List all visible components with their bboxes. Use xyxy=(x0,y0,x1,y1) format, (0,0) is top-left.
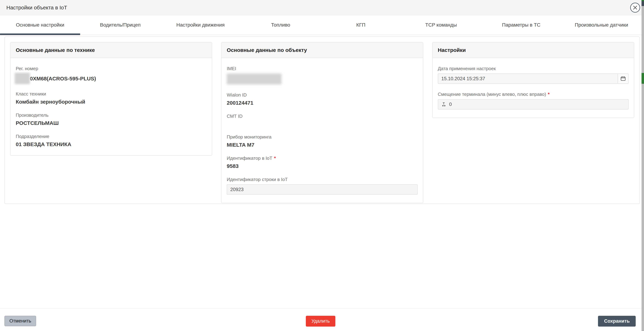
row-id-input[interactable]: 20923 xyxy=(227,184,418,195)
calendar-button[interactable] xyxy=(618,74,628,84)
smt-id-value xyxy=(227,121,418,126)
iot-id-value: 9583 xyxy=(227,163,418,169)
column-width-icon xyxy=(441,102,447,107)
footer-bar: Отменить Удалить Сохранить xyxy=(0,308,642,331)
tech-class-value: Комбайн зерноуборочный xyxy=(16,99,206,105)
dialog-header: Настройки объекта в IoT xyxy=(0,0,642,15)
close-button[interactable] xyxy=(630,3,640,13)
tab-custom-sensors[interactable]: Произвольные датчики xyxy=(561,15,642,35)
scrollbar-top-segment xyxy=(642,1,644,6)
vertical-scrollbar[interactable] xyxy=(642,0,644,331)
tab-fuel[interactable]: Топливо xyxy=(240,15,321,35)
field-iot-id: Идентификатор в IoT * 9583 xyxy=(227,156,418,169)
reg-number-value: 0ХМ68(ACROS-595-PLUS) xyxy=(30,76,96,82)
required-asterisk: * xyxy=(274,156,276,161)
tab-driver-trailer[interactable]: Водитель/Прицеп xyxy=(80,15,160,35)
field-monitoring-device: Прибор мониторинга MIELTA M7 xyxy=(227,134,418,148)
card-tech-title: Основные данные по технике xyxy=(10,43,212,58)
tab-kgp[interactable]: КГП xyxy=(321,15,401,35)
card-object-data: Основные данные по объекту IMEI Wialon I… xyxy=(221,42,423,203)
delete-button[interactable]: Удалить xyxy=(306,316,335,326)
monitoring-device-value: MIELTA M7 xyxy=(227,142,418,148)
tab-tcp-commands[interactable]: TCP команды xyxy=(401,15,481,35)
field-iot-row-id: Идентификатор строки в IoT 20923 xyxy=(227,177,418,195)
field-terminal-offset: Смещение терминала (минус влево, плюс вп… xyxy=(438,92,628,109)
division-value: 01 ЗВЕЗДА ТЕХНИКА xyxy=(16,141,206,147)
field-apply-date: Дата применения настроек 15.10.2024 15:2… xyxy=(438,66,628,84)
cards-row: Основные данные по технике Рег. номер 0Х… xyxy=(10,42,634,203)
field-division: Подразделение 01 ЗВЕЗДА ТЕХНИКА xyxy=(16,134,206,147)
card-settings-title: Настройки xyxy=(432,43,634,58)
offset-input[interactable]: 0 xyxy=(438,99,628,109)
field-imei: IMEI xyxy=(227,66,418,85)
field-tech-class: Класс техники Комбайн зерноуборочный xyxy=(16,91,206,105)
required-asterisk: * xyxy=(548,92,550,97)
save-button[interactable]: Сохранить xyxy=(598,316,636,326)
field-manufacturer: Производитель РОСТСЕЛЬМАШ xyxy=(16,112,206,126)
field-reg-number: Рег. номер 0ХМ68(ACROS-595-PLUS) xyxy=(16,66,206,83)
date-input-group: 15.10.2024 15:25:37 xyxy=(438,74,628,84)
tab-movement-settings[interactable]: Настройки движения xyxy=(160,15,240,35)
field-smt-id: СМТ ID xyxy=(227,114,418,126)
cancel-button[interactable]: Отменить xyxy=(4,316,36,326)
main-panel: Основные данные по технике Рег. номер 0Х… xyxy=(4,37,640,204)
imei-redacted-value xyxy=(227,74,282,85)
card-object-title: Основные данные по объекту xyxy=(222,43,423,58)
dialog-title: Настройки объекта в IoT xyxy=(6,5,67,11)
wialon-id-value: 200124471 xyxy=(227,100,418,106)
date-input[interactable]: 15.10.2024 15:25:37 xyxy=(438,74,618,84)
field-wialon-id: Wialon ID 200124471 xyxy=(227,92,418,106)
card-settings: Настройки Дата применения настроек 15.10… xyxy=(432,42,634,118)
card-tech-data: Основные данные по технике Рег. номер 0Х… xyxy=(10,42,212,156)
tab-bar: Основные настройки Водитель/Прицеп Настр… xyxy=(0,15,642,35)
scrollbar-marker xyxy=(642,73,644,84)
calendar-icon xyxy=(620,76,626,82)
close-icon xyxy=(633,5,638,10)
tab-main-settings[interactable]: Основные настройки xyxy=(0,15,80,35)
redaction-blur xyxy=(15,73,30,84)
tab-vehicle-params[interactable]: Параметры в ТС xyxy=(481,15,561,35)
manufacturer-value: РОСТСЕЛЬМАШ xyxy=(16,120,206,126)
offset-value: 0 xyxy=(449,102,452,107)
